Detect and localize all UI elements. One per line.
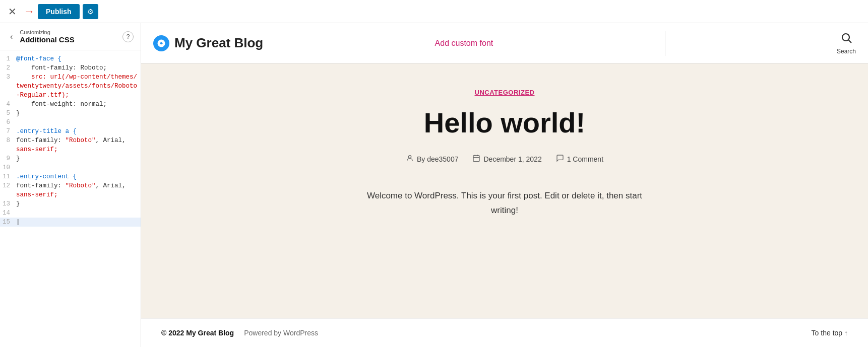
blog-icon	[153, 35, 169, 51]
arrow-icon: →	[24, 5, 35, 18]
footer-copyright: © 2022 My Great Blog	[161, 329, 234, 337]
svg-line-2	[848, 40, 851, 43]
code-line: 6	[0, 118, 141, 127]
blog-title-text: My Great Blog	[174, 35, 263, 51]
comment-icon	[556, 154, 564, 164]
sidebar: ‹ Customizing Additional CSS ? 1 @font-f…	[0, 23, 141, 347]
code-line: 14	[0, 209, 141, 218]
author-icon	[406, 154, 414, 164]
footer-left: © 2022 My Great Blog Powered by WordPres…	[161, 329, 318, 337]
customizing-label: Customizing	[20, 29, 74, 35]
category-tag[interactable]: UNCATEGORIZED	[475, 89, 535, 96]
code-line: 1 @font-face {	[0, 54, 141, 63]
search-icon	[840, 32, 852, 47]
code-line: 7 .entry-title a {	[0, 127, 141, 136]
date-icon	[472, 154, 480, 164]
sidebar-title-group: Customizing Additional CSS	[20, 29, 74, 44]
top-bar: ✕ → Publish ⚙	[0, 0, 868, 23]
svg-rect-4	[473, 156, 479, 162]
sidebar-nav: ‹ Customizing Additional CSS	[7, 29, 75, 44]
code-line: 9 }	[0, 154, 141, 163]
blog-title[interactable]: My Great Blog	[153, 35, 263, 51]
code-line-active[interactable]: 15 |	[0, 218, 141, 227]
publish-group: → Publish ⚙	[24, 4, 98, 19]
meta-comments: 1 Comment	[556, 154, 603, 164]
meta-date: December 1, 2022	[472, 154, 541, 164]
main-layout: ‹ Customizing Additional CSS ? 1 @font-f…	[0, 23, 868, 347]
date-text: December 1, 2022	[483, 155, 541, 163]
nav-divider	[665, 31, 665, 56]
author-text: By dee35007	[417, 155, 459, 163]
add-custom-font-link[interactable]: Add custom font	[435, 39, 493, 48]
section-label: Additional CSS	[20, 35, 74, 44]
code-line: 2 font-family: Roboto;	[0, 63, 141, 73]
search-area[interactable]: Search	[837, 32, 856, 55]
code-line: 13 }	[0, 199, 141, 209]
code-line: 8 font-family: "Roboto", Arial,	[0, 136, 141, 145]
post-excerpt: Welcome to WordPress. This is your first…	[353, 189, 656, 218]
footer-powered: Powered by WordPress	[244, 329, 318, 337]
back-button[interactable]: ‹	[7, 31, 16, 42]
code-line: 5 }	[0, 109, 141, 118]
comments-text: 1 Comment	[567, 155, 603, 163]
help-button[interactable]: ?	[122, 31, 134, 42]
code-line: 11 .entry-content {	[0, 172, 141, 181]
code-line: 12 font-family: "Roboto", Arial,	[0, 181, 141, 190]
settings-button[interactable]: ⚙	[83, 4, 98, 19]
meta-author: By dee35007	[406, 154, 459, 164]
footer-totop[interactable]: To the top ↑	[812, 329, 848, 337]
svg-point-1	[842, 34, 849, 41]
svg-point-3	[408, 156, 411, 158]
code-line: 10	[0, 163, 141, 172]
search-label: Search	[837, 48, 856, 55]
code-line: 4 font-weight: normal;	[0, 100, 141, 109]
sidebar-header: ‹ Customizing Additional CSS ?	[0, 23, 141, 50]
preview-footer: © 2022 My Great Blog Powered by WordPres…	[141, 318, 868, 347]
publish-button[interactable]: Publish	[38, 4, 80, 19]
preview-area: My Great Blog Add custom font Search UNC…	[141, 23, 868, 347]
post-meta: By dee35007 December 1, 2022 1 Comment	[406, 154, 603, 164]
code-line: sans-serif;	[0, 190, 141, 199]
post-title: Hello world!	[424, 106, 585, 139]
code-editor[interactable]: 1 @font-face { 2 font-family: Roboto; 3 …	[0, 50, 141, 347]
preview-content: UNCATEGORIZED Hello world! By dee35007 D…	[141, 63, 868, 318]
close-button[interactable]: ✕	[6, 4, 19, 20]
code-line: sans-serif;	[0, 145, 141, 154]
code-line: 3 src: url(/wp-content/themes/twentytwen…	[0, 73, 141, 100]
preview-nav: My Great Blog Add custom font Search	[141, 23, 868, 63]
